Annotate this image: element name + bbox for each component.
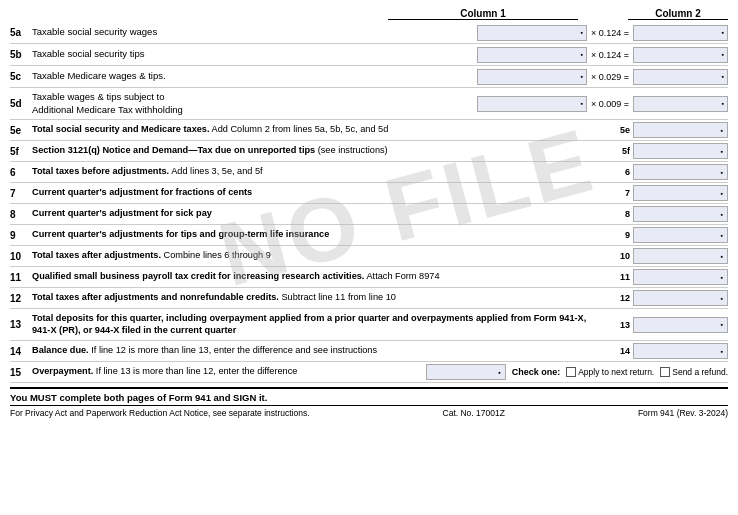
col2-header: Column 2 [628,8,728,20]
row-14-linenum: 14 [608,346,630,356]
row-11-label: Qualified small business payroll tax cre… [32,271,608,283]
row-8-linenum: 8 [608,209,630,219]
row-5a: 5a Taxable social security wages × 0.124… [10,22,728,44]
row-5c-inputs: × 0.029 = [477,69,728,85]
row-8-right: 8 [608,206,728,222]
row-12-input[interactable] [633,290,728,306]
row-5b-inputs: × 0.124 = [477,47,728,63]
row-5f-right: 5f [608,143,728,159]
row-9: 9 Current quarter's adjustments for tips… [10,225,728,246]
row-5c-num: 5c [10,71,32,82]
row-5a-inputs: × 0.124 = [477,25,728,41]
column-headers: Column 1 Column 2 [10,8,728,20]
row-15-input[interactable] [426,364,506,380]
row-9-right: 9 [608,227,728,243]
row-9-input[interactable] [633,227,728,243]
row-12-label: Total taxes after adjustments and nonref… [32,292,608,304]
row-11-num: 11 [10,272,32,283]
row-5a-multiplier: × 0.124 = [591,28,629,38]
col1-header: Column 1 [388,8,578,20]
form-page: NO FILE Column 1 Column 2 5a Taxable soc… [0,0,738,426]
row-9-num: 9 [10,230,32,241]
row-12: 12 Total taxes after adjustments and non… [10,288,728,309]
row-5c-label: Taxable Medicare wages & tips. [32,70,477,82]
row-5c: 5c Taxable Medicare wages & tips. × 0.02… [10,66,728,88]
row-6-linenum: 6 [608,167,630,177]
row-11-input[interactable] [633,269,728,285]
row-15: 15 Overpayment. If line 13 is more than … [10,362,728,383]
row-15-num: 15 [10,367,32,378]
footer-form-text: Form 941 (Rev. 3-2024) [638,408,728,418]
row-15-checkbox2[interactable] [660,367,670,377]
row-15-opt2-label: Send a refund. [672,367,728,377]
row-5b-multiplier: × 0.124 = [591,50,629,60]
row-8-num: 8 [10,209,32,220]
row-5e-num: 5e [10,125,32,136]
row-5e-label: Total social security and Medicare taxes… [32,124,608,136]
row-11-linenum: 11 [608,272,630,282]
row-5d-inputs: × 0.009 = [477,96,728,112]
row-5b-col1-input[interactable] [477,47,587,63]
row-14-num: 14 [10,346,32,357]
row-5f: 5f Section 3121(q) Notice and Demand—Tax… [10,141,728,162]
row-8-label: Current quarter's adjustment for sick pa… [32,208,608,220]
row-7-right: 7 [608,185,728,201]
row-5a-col2-input[interactable] [633,25,728,41]
row-15-option1[interactable]: Apply to next return. [566,367,654,377]
row-5d-num: 5d [10,98,32,109]
row-9-linenum: 9 [608,230,630,240]
row-12-right: 12 [608,290,728,306]
row-5e-linenum: 5e [608,125,630,135]
row-8: 8 Current quarter's adjustment for sick … [10,204,728,225]
row-5e: 5e Total social security and Medicare ta… [10,120,728,141]
row-15-check-one-label: Check one: [512,367,561,377]
row-5e-input[interactable] [633,122,728,138]
row-13-label: Total deposits for this quarter, includi… [32,313,608,337]
row-5d-col2-input[interactable] [633,96,728,112]
row-5a-col1-input[interactable] [477,25,587,41]
row-5a-num: 5a [10,27,32,38]
row-13-num: 13 [10,319,32,330]
row-5b-label: Taxable social security tips [32,48,477,60]
row-6-input[interactable] [633,164,728,180]
row-13: 13 Total deposits for this quarter, incl… [10,309,728,341]
row-5c-multiplier: × 0.029 = [591,72,629,82]
row-5d-col1-input[interactable] [477,96,587,112]
row-7-label: Current quarter's adjustment for fractio… [32,187,608,199]
row-5e-right: 5e [608,122,728,138]
row-7-input[interactable] [633,185,728,201]
row-7: 7 Current quarter's adjustment for fract… [10,183,728,204]
row-5b-col2-input[interactable] [633,47,728,63]
row-5c-col2-input[interactable] [633,69,728,85]
row-5d-label: Taxable wages & tips subject to Addition… [32,91,477,116]
footer-bottom: For Privacy Act and Paperwork Reduction … [10,405,728,418]
row-5d-multiplier: × 0.009 = [591,99,629,109]
row-13-input[interactable] [633,317,728,333]
row-5a-label: Taxable social security wages [32,26,477,38]
row-10-right: 10 [608,248,728,264]
row-10-num: 10 [10,251,32,262]
row-12-num: 12 [10,293,32,304]
row-8-input[interactable] [633,206,728,222]
row-13-right: 13 [608,317,728,333]
row-9-label: Current quarter's adjustments for tips a… [32,229,608,241]
row-5f-linenum: 5f [608,146,630,156]
row-15-option2[interactable]: Send a refund. [660,367,728,377]
row-5c-col1-input[interactable] [477,69,587,85]
row-10-input[interactable] [633,248,728,264]
footer-bold-text: You MUST complete both pages of Form 941… [10,387,728,403]
row-15-right: Check one: Apply to next return. Send a … [426,364,728,380]
row-10-label: Total taxes after adjustments. Combine l… [32,250,608,262]
row-5b-num: 5b [10,49,32,60]
row-10: 10 Total taxes after adjustments. Combin… [10,246,728,267]
row-14-input[interactable] [633,343,728,359]
row-13-linenum: 13 [608,320,630,330]
footer-cat-text: Cat. No. 17001Z [443,408,505,418]
row-6: 6 Total taxes before adjustments. Add li… [10,162,728,183]
row-11-right: 11 [608,269,728,285]
row-14-label: Balance due. If line 12 is more than lin… [32,345,608,357]
row-15-opt1-label: Apply to next return. [578,367,654,377]
row-5f-input[interactable] [633,143,728,159]
row-10-linenum: 10 [608,251,630,261]
row-15-checkbox1[interactable] [566,367,576,377]
